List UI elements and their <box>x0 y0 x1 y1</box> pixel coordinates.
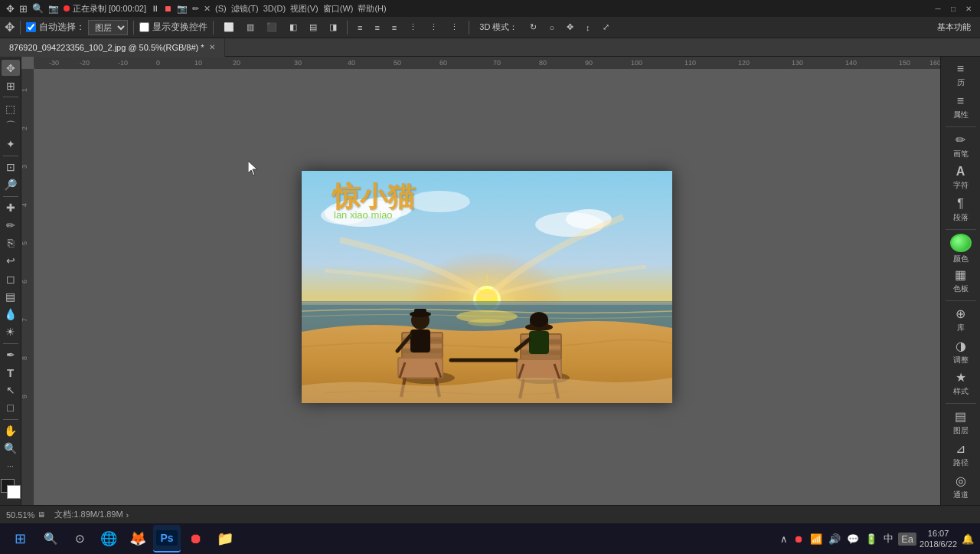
window-menu[interactable]: 窗口(W) <box>323 3 354 15</box>
right-panel-library[interactable]: ⊕ 库 <box>942 305 979 336</box>
align-left-btn[interactable]: ◧ <box>285 21 302 34</box>
tray-notif[interactable]: 🔔 <box>960 533 975 545</box>
brush-tool-icon[interactable]: ✏ <box>192 4 199 14</box>
screenshot-btn[interactable]: 📷 <box>177 4 188 14</box>
auto-select-checkbox[interactable]: 自动选择： <box>26 21 85 34</box>
hand-tool[interactable]: ✋ <box>2 423 20 439</box>
taskbar-clock[interactable]: 16:07 2018/6/22 <box>920 528 957 550</box>
tray-input-lang[interactable]: 中 <box>882 532 895 546</box>
zoom-tool[interactable]: 🔍 <box>2 441 20 457</box>
taskbar-firefox[interactable]: 🦊 <box>124 525 152 552</box>
svg-text:9: 9 <box>21 395 28 398</box>
gradient-tool[interactable]: ▤ <box>2 288 20 304</box>
move-tool-icon[interactable]: ✥ <box>6 3 15 15</box>
brush-tool[interactable]: ✏ <box>2 218 20 234</box>
taskbar-cortana[interactable]: ⊙ <box>66 525 93 552</box>
path-select-tool[interactable]: ↖ <box>2 382 20 398</box>
right-panel-history[interactable]: ≡ 历 <box>942 60 979 90</box>
healing-brush-tool[interactable]: ✚ <box>2 200 20 216</box>
right-panel-layers[interactable]: ▤ 图层 <box>942 408 979 438</box>
artboard-tool[interactable]: ⊞ <box>2 77 20 93</box>
active-tab[interactable]: 876920_094223356_100_2.jpg @ 50.5%(RGB/8… <box>0 38 225 57</box>
3d-scale-btn[interactable]: ⤢ <box>598 21 614 34</box>
color-swatches[interactable] <box>1 479 21 499</box>
align-bottom-btn[interactable]: ⬛ <box>262 21 282 34</box>
right-panel-color[interactable]: 颜色 <box>942 234 979 264</box>
frame-icon[interactable]: ⊞ <box>19 3 28 15</box>
filter-menu[interactable]: 滤镜(T) <box>231 3 259 15</box>
close-recording-icon[interactable]: ✕ <box>204 4 211 14</box>
crop-tool[interactable]: ⊡ <box>2 159 20 175</box>
camera-mode-icon[interactable]: 📷 <box>48 4 59 14</box>
right-panel-character[interactable]: A 字符 <box>942 162 979 193</box>
ps-canvas[interactable]: 惊小猫 lan xiao miao <box>302 171 672 403</box>
pen-tool[interactable]: ✒ <box>2 346 20 362</box>
tray-battery[interactable]: 🔋 <box>864 533 879 545</box>
taskbar-explorer[interactable]: 📁 <box>211 525 239 552</box>
start-button[interactable]: ⊞ <box>5 526 35 551</box>
align-hcenter-btn[interactable]: ▤ <box>305 21 322 34</box>
tray-network[interactable]: 📶 <box>808 533 824 545</box>
marquee-tool[interactable]: ⬚ <box>2 100 20 116</box>
right-panel-brush[interactable]: ✏ 画笔 <box>942 131 979 162</box>
search-icon[interactable]: 🔍 <box>32 3 44 14</box>
auto-select-dropdown[interactable]: 图层 <box>88 20 128 35</box>
move-tool[interactable]: ✥ <box>2 60 20 76</box>
3d-menu[interactable]: 3D(D) <box>263 4 286 13</box>
background-color[interactable] <box>7 485 21 499</box>
3d-reset-btn[interactable]: ○ <box>544 21 559 34</box>
distribute-right-btn[interactable]: ⋮ <box>446 21 463 34</box>
stop-btn[interactable]: ⏹ <box>164 4 172 13</box>
align-vcenter-btn[interactable]: ▥ <box>242 21 259 34</box>
eyedropper-tool[interactable]: 🔎 <box>2 177 20 193</box>
minimize-button[interactable]: ─ <box>933 3 943 14</box>
3d-mode-btn[interactable]: 3D 模式： <box>475 20 522 34</box>
right-panel-channels[interactable]: ◎ 通道 <box>942 471 979 502</box>
close-button[interactable]: ✕ <box>963 3 974 14</box>
distribute-bottom-btn[interactable]: ≡ <box>387 21 401 34</box>
align-top-btn[interactable]: ⬜ <box>219 21 239 34</box>
3d-rotate-btn[interactable]: ↻ <box>525 21 541 34</box>
help-menu[interactable]: 帮助(H) <box>358 3 386 15</box>
workspace-btn[interactable]: 基本功能 <box>933 20 975 34</box>
distribute-vcenter-btn[interactable]: ≡ <box>370 21 384 34</box>
right-panel-adjustments[interactable]: ◑ 调整 <box>942 336 979 367</box>
maximize-button[interactable]: □ <box>948 3 959 14</box>
right-panel-styles[interactable]: ★ 样式 <box>942 369 979 399</box>
3d-pan-btn[interactable]: ✥ <box>562 21 578 34</box>
distribute-hcenter-btn[interactable]: ⋮ <box>425 21 443 34</box>
tray-record[interactable]: ⏺ <box>792 533 805 545</box>
tab-close-btn[interactable]: ✕ <box>209 43 215 51</box>
taskbar-search[interactable]: 🔍 <box>37 525 64 552</box>
blur-tool[interactable]: 💧 <box>2 306 20 322</box>
stamp-tool[interactable]: ⎘ <box>2 235 20 251</box>
distribute-left-btn[interactable]: ⋮ <box>404 21 422 34</box>
view-menu[interactable]: 视图(V) <box>290 3 318 15</box>
quick-select-tool[interactable]: ✦ <box>2 136 20 152</box>
right-panel-paths[interactable]: ⊿ 路径 <box>942 440 979 470</box>
type-tool[interactable]: T <box>2 365 20 381</box>
menu-s[interactable]: (S) <box>215 4 227 13</box>
taskbar-recorder[interactable]: ⏺ <box>182 525 210 552</box>
taskbar-photoshop[interactable]: Ps <box>153 525 181 552</box>
right-panel-paragraph[interactable]: ¶ 段落 <box>942 195 979 225</box>
pause-btn[interactable]: ⏸ <box>151 4 159 13</box>
right-panel-properties[interactable]: ≡ 属性 <box>942 92 979 123</box>
right-panel-swatches[interactable]: ▦ 色板 <box>942 266 979 297</box>
lasso-tool[interactable]: ⌒ <box>2 118 20 134</box>
align-right-btn[interactable]: ◨ <box>325 21 341 34</box>
taskbar-browser[interactable]: 🌐 <box>95 525 122 552</box>
tray-msg[interactable]: 💬 <box>845 533 861 545</box>
show-transform-checkbox[interactable]: 显示变换控件 <box>139 21 207 34</box>
history-brush-tool[interactable]: ↩ <box>2 253 20 269</box>
shape-tool[interactable]: □ <box>2 400 20 416</box>
more-tools-btn[interactable]: ··· <box>2 458 20 474</box>
dodge-tool[interactable]: ☀ <box>2 323 20 339</box>
3d-slide-btn[interactable]: ↕ <box>581 21 595 34</box>
tray-input-mode[interactable]: Ea <box>898 533 916 546</box>
eraser-tool[interactable]: ◻ <box>2 270 20 287</box>
distribute-top-btn[interactable]: ≡ <box>353 21 367 34</box>
tray-volume[interactable]: 🔊 <box>827 533 842 545</box>
tray-arrow[interactable]: ∧ <box>779 533 789 545</box>
color-wheel[interactable] <box>950 234 972 252</box>
